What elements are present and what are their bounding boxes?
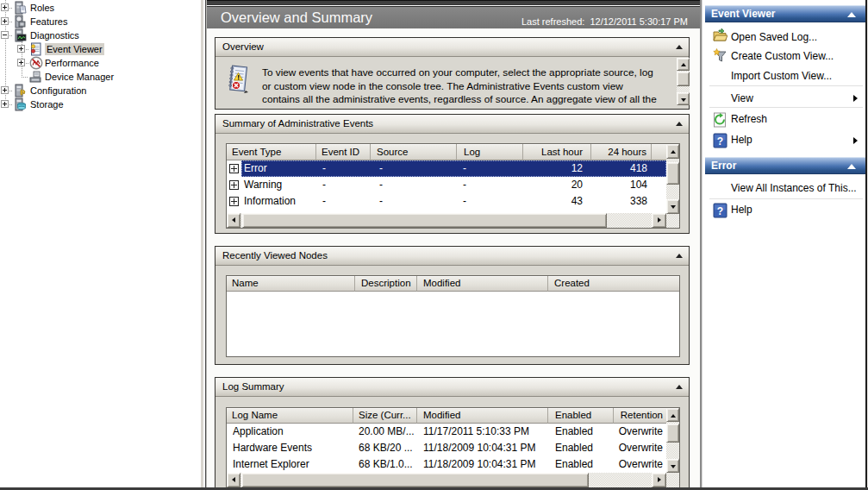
svg-text:?: ?	[717, 205, 723, 217]
svg-text:?: ?	[717, 135, 723, 148]
